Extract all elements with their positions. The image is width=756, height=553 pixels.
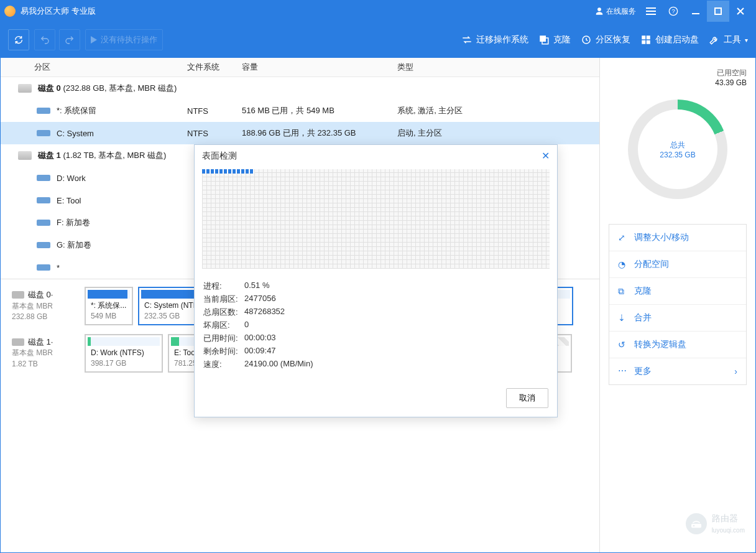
redo-button xyxy=(59,29,80,50)
clone-button[interactable]: 克隆 xyxy=(538,34,571,45)
more-icon: ⋯ xyxy=(618,366,628,376)
svg-text:?: ? xyxy=(671,8,675,14)
help-icon[interactable]: ? xyxy=(662,1,685,22)
merge-icon: ⇣ xyxy=(618,313,628,323)
dialog-title: 表面检测 xyxy=(202,151,237,162)
migrate-os-button[interactable]: 迁移操作系统 xyxy=(461,34,528,45)
titlebar: 易我分区大师 专业版 在线服务 ? xyxy=(1,1,755,22)
partition-row[interactable]: *: 系统保留 NTFS516 MB 已用，共 549 MB系统, 激活, 主分… xyxy=(1,100,599,122)
svg-rect-6 xyxy=(642,35,645,39)
disk-row[interactable]: 磁盘 0 (232.88 GB, 基本盘, MBR 磁盘) xyxy=(1,77,599,100)
chevron-right-icon: › xyxy=(734,366,737,376)
side-actions: ⤢调整大小/移动 ◔分配空间 ⧉克隆 ⇣合并 ↺转换为逻辑盘 ⋯更多› xyxy=(609,224,747,385)
create-bootdisk-button[interactable]: 创建启动盘 xyxy=(640,34,699,45)
refresh-button[interactable] xyxy=(8,29,29,50)
undo-button xyxy=(34,29,55,50)
online-service[interactable]: 在线服务 xyxy=(595,6,636,17)
play-icon xyxy=(91,36,97,44)
migrate-icon xyxy=(461,34,472,45)
action-allocate[interactable]: ◔分配空间 xyxy=(609,251,746,277)
columns-header: 分区 文件系统 容量 类型 xyxy=(1,58,599,77)
action-resize[interactable]: ⤢调整大小/移动 xyxy=(609,225,746,251)
convert-icon: ↺ xyxy=(618,340,628,350)
svg-rect-8 xyxy=(642,40,645,44)
svg-rect-9 xyxy=(647,40,650,44)
action-convert[interactable]: ↺转换为逻辑盘 xyxy=(609,331,746,358)
svg-rect-7 xyxy=(647,35,650,39)
surface-test-dialog: 表面检测 ✕ 进程:0.51 %当前扇区:2477056总扇区数:4872683… xyxy=(194,144,558,417)
col-capacity: 容量 xyxy=(242,62,397,73)
side-panel: 已用空间43.39 GB 总共232.35 GB ⤢调整大小/移动 ◔分配空间 … xyxy=(600,58,755,552)
action-more[interactable]: ⋯更多› xyxy=(609,358,746,384)
wrench-icon xyxy=(709,34,720,45)
col-type: 类型 xyxy=(397,62,599,73)
usage-donut: 总共232.35 GB xyxy=(628,100,727,199)
col-filesystem: 文件系统 xyxy=(187,62,242,73)
menu-icon[interactable] xyxy=(640,1,662,22)
resize-icon: ⤢ xyxy=(618,233,628,243)
cancel-button[interactable]: 取消 xyxy=(506,388,548,408)
close-button[interactable] xyxy=(729,1,752,22)
maximize-button[interactable] xyxy=(707,1,729,22)
chevron-down-icon: ▾ xyxy=(745,37,748,44)
dialog-close-icon[interactable]: ✕ xyxy=(542,150,550,162)
toolbar: 没有待执行操作 迁移操作系统 克隆 分区恢复 创建启动盘 工具 ▾ xyxy=(1,22,755,58)
router-icon xyxy=(686,513,707,534)
app-logo xyxy=(4,6,16,17)
watermark: 路由器luyouqi.com xyxy=(686,513,745,534)
svg-rect-10 xyxy=(691,524,701,527)
action-merge[interactable]: ⇣合并 xyxy=(609,304,746,331)
copy-icon: ⧉ xyxy=(618,286,628,296)
person-icon xyxy=(595,7,604,16)
partition-row[interactable]: C: System NTFS188.96 GB 已用，共 232.35 GB启动… xyxy=(1,122,599,144)
recover-icon xyxy=(581,34,592,45)
minimize-button[interactable] xyxy=(685,1,707,22)
sector-grid xyxy=(202,169,550,269)
tools-button[interactable]: 工具 ▾ xyxy=(709,34,748,45)
col-partition: 分区 xyxy=(1,62,187,73)
pie-icon: ◔ xyxy=(618,259,628,269)
svg-point-11 xyxy=(693,525,694,526)
partition-block[interactable]: D: Work (NTFS)398.17 GB xyxy=(85,334,163,373)
svg-rect-3 xyxy=(540,35,546,42)
partition-block[interactable]: *: 系统保...549 MB xyxy=(85,287,133,325)
execute-button: 没有待执行操作 xyxy=(85,29,163,50)
dialog-stats: 进程:0.51 %当前扇区:2477056总扇区数:487268352坏扇区:0… xyxy=(195,275,557,382)
svg-rect-2 xyxy=(715,8,721,14)
clone-icon xyxy=(538,34,550,45)
partition-recovery-button[interactable]: 分区恢复 xyxy=(581,34,630,45)
action-clone[interactable]: ⧉克隆 xyxy=(609,277,746,304)
bootdisk-icon xyxy=(640,34,652,45)
app-title: 易我分区大师 专业版 xyxy=(21,6,96,17)
